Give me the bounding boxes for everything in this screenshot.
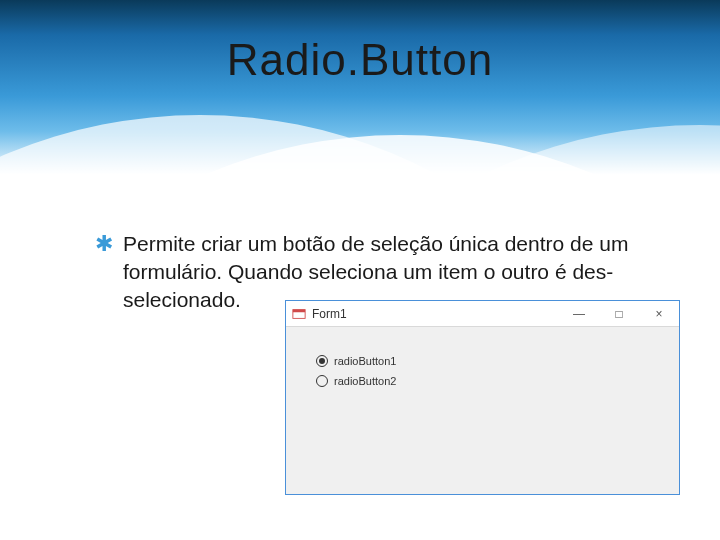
form-app-icon bbox=[292, 307, 306, 321]
radio-label: radioButton2 bbox=[334, 375, 396, 387]
radio-indicator-icon bbox=[316, 355, 328, 367]
form-titlebar[interactable]: Form1 — □ × bbox=[286, 301, 679, 327]
form-title: Form1 bbox=[312, 307, 559, 321]
form-window: Form1 — □ × radioButton1 radioButton2 bbox=[285, 300, 680, 495]
radio-indicator-icon bbox=[316, 375, 328, 387]
slide-content: ✱ Permite criar um botão de seleção únic… bbox=[0, 175, 720, 314]
close-button[interactable]: × bbox=[639, 301, 679, 326]
svg-rect-1 bbox=[293, 309, 305, 312]
maximize-button[interactable]: □ bbox=[599, 301, 639, 326]
radio-option-1[interactable]: radioButton1 bbox=[316, 355, 649, 367]
radio-label: radioButton1 bbox=[334, 355, 396, 367]
slide-header: Radio.Button bbox=[0, 0, 720, 175]
slide-title: Radio.Button bbox=[0, 0, 720, 85]
header-wave-decoration bbox=[0, 85, 720, 175]
bullet-marker-icon: ✱ bbox=[95, 230, 113, 258]
window-buttons: — □ × bbox=[559, 301, 679, 326]
form-body: radioButton1 radioButton2 bbox=[286, 327, 679, 423]
radio-option-2[interactable]: radioButton2 bbox=[316, 375, 649, 387]
minimize-button[interactable]: — bbox=[559, 301, 599, 326]
